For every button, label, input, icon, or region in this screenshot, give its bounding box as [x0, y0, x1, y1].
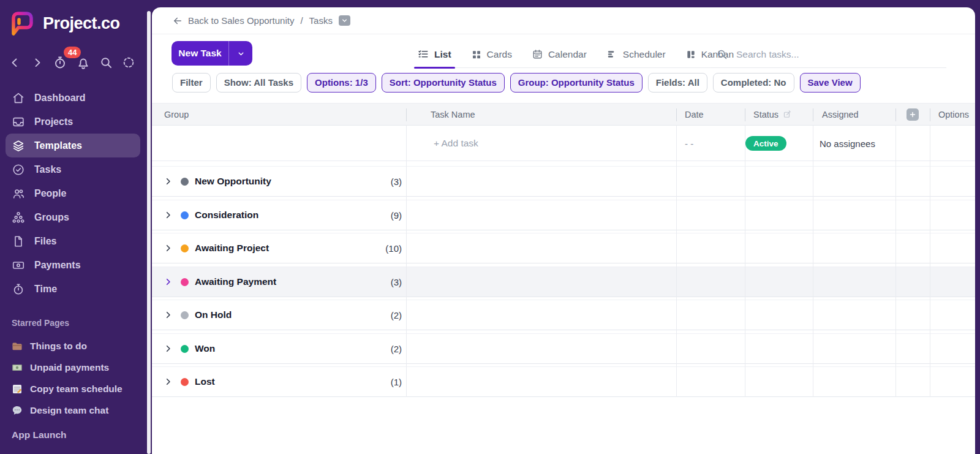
tray-icon: [12, 115, 25, 129]
task-search: [710, 41, 946, 68]
column-divider: [930, 126, 930, 397]
chevron-right-icon[interactable]: [164, 278, 173, 286]
sidebar-item-label: Templates: [34, 140, 82, 151]
sidebar-item-label: Projects: [34, 116, 73, 127]
sidebar-item-time[interactable]: Time: [6, 277, 140, 301]
back-arrow-icon[interactable]: [7, 55, 22, 70]
completed-chip[interactable]: Completed: No: [713, 73, 794, 93]
group-label: Awaiting Project: [195, 243, 269, 254]
new-task-dropdown-caret[interactable]: [229, 50, 252, 58]
breadcrumb-dropdown-icon[interactable]: [339, 15, 350, 26]
new-task-label: New Task: [172, 48, 228, 59]
group-count: (9): [360, 210, 402, 221]
header-divider: [676, 108, 677, 121]
task-group-row[interactable]: Consideration (9): [152, 200, 975, 230]
show-chip[interactable]: Show: All Tasks: [216, 73, 301, 93]
status-badge[interactable]: Active: [745, 136, 786, 151]
task-group-row[interactable]: Lost (1): [152, 366, 975, 397]
task-group-row[interactable]: On Hold (2): [152, 300, 975, 330]
add-task-assigned[interactable]: No assignees: [820, 126, 875, 161]
tab-cards[interactable]: Cards: [472, 41, 512, 67]
starred-item-unpaid-payments[interactable]: Unpaid payments: [0, 357, 146, 378]
chevron-right-icon[interactable]: [164, 311, 173, 319]
group-color-dot: [181, 345, 189, 353]
group-label: Awaiting Payment: [195, 276, 276, 287]
sidebar-section-app-launch[interactable]: App Launch: [0, 421, 146, 441]
add-column-button[interactable]: [907, 108, 919, 121]
sidebar-item-files[interactable]: Files: [6, 229, 140, 253]
column-header-task-name: Task Name: [431, 104, 475, 125]
cards-grid-icon: [472, 50, 481, 59]
breadcrumb-current[interactable]: Tasks: [309, 15, 333, 26]
sidebar-item-projects[interactable]: Projects: [6, 110, 140, 134]
sidebar-item-dashboard[interactable]: Dashboard: [6, 86, 140, 110]
edit-icon[interactable]: [783, 110, 792, 119]
group-color-dot: [181, 311, 189, 319]
column-header-status: Status: [753, 104, 792, 125]
starred-pages-section: Starred Pages Things to do Unpaid paymen…: [0, 318, 146, 441]
group-color-dot: [181, 244, 189, 252]
group-label: Won: [195, 343, 215, 354]
filter-chip[interactable]: Filter: [172, 73, 211, 93]
sidebar-scrollbar[interactable]: [147, 11, 151, 454]
starred-pages-title: Starred Pages: [0, 318, 146, 335]
chevron-right-icon[interactable]: [164, 344, 173, 353]
task-group-row[interactable]: Awaiting Payment (3): [152, 267, 975, 297]
new-task-button[interactable]: New Task: [172, 41, 252, 66]
chevron-right-icon[interactable]: [164, 377, 173, 386]
people-icon: [12, 187, 25, 200]
task-group-row[interactable]: New Opportunity (3): [152, 166, 975, 197]
sort-chip[interactable]: Sort: Opportunity Status: [382, 73, 505, 93]
projectco-logo-icon: [8, 9, 36, 37]
tab-scheduler[interactable]: Scheduler: [607, 41, 666, 67]
timer-icon[interactable]: [53, 55, 67, 70]
sidebar-item-templates[interactable]: Templates: [6, 134, 140, 157]
group-label: On Hold: [195, 309, 232, 320]
header-divider: [406, 108, 407, 121]
check-badge-icon: [12, 163, 25, 176]
banknote-icon: [12, 259, 25, 272]
forward-arrow-icon[interactable]: [30, 55, 45, 70]
sidebar-item-label: Payments: [34, 260, 81, 271]
fields-chip[interactable]: Fields: All: [648, 73, 707, 93]
layers-icon: [12, 139, 25, 153]
breadcrumb: Back to Sales Opportunity / Tasks: [152, 7, 975, 34]
options-chip[interactable]: Options: 1/3: [307, 73, 376, 93]
app-logo[interactable]: Project.co: [8, 9, 120, 37]
search-input[interactable]: [736, 49, 946, 60]
dashed-circle-icon[interactable]: [121, 55, 136, 70]
sidebar: Project.co 44 Dashboard Projects Templat…: [0, 0, 146, 454]
group-color-dot: [181, 211, 189, 219]
sidebar-item-tasks[interactable]: Tasks: [6, 157, 140, 181]
group-count: (3): [360, 277, 402, 287]
memo-icon: [12, 384, 23, 395]
sidebar-item-groups[interactable]: Groups: [6, 205, 140, 229]
group-chip[interactable]: Group: Opportunity Status: [510, 73, 643, 93]
column-header-date: Date: [685, 104, 704, 125]
task-group-row[interactable]: Awaiting Project (10): [152, 233, 975, 263]
column-header-assigned: Assigned: [822, 104, 859, 125]
search-icon[interactable]: [99, 55, 113, 70]
starred-item-design-team-chat[interactable]: Design team chat: [0, 399, 146, 421]
scheduler-bars-icon: [607, 49, 617, 59]
add-task-button[interactable]: + Add task: [434, 126, 478, 161]
save-view-button[interactable]: Save View: [800, 73, 861, 93]
chevron-right-icon[interactable]: [164, 211, 173, 219]
tab-list[interactable]: List: [418, 41, 451, 67]
chat-icon: [12, 405, 23, 416]
tab-calendar[interactable]: Calendar: [532, 41, 587, 67]
group-label: Lost: [195, 376, 215, 387]
sidebar-item-label: Dashboard: [34, 93, 86, 104]
money-icon: [12, 362, 23, 373]
add-task-date[interactable]: - -: [685, 126, 693, 161]
chevron-right-icon[interactable]: [164, 244, 173, 252]
starred-item-copy-team-schedule[interactable]: Copy team schedule: [0, 378, 146, 399]
starred-item-things-to-do[interactable]: Things to do: [0, 335, 146, 357]
sidebar-item-payments[interactable]: Payments: [6, 253, 140, 277]
sidebar-item-people[interactable]: People: [6, 181, 140, 205]
back-link[interactable]: Back to Sales Opportunity: [172, 15, 294, 26]
chevron-right-icon[interactable]: [164, 177, 173, 186]
notification-badge: 44: [64, 47, 81, 58]
group-color-dot: [181, 278, 189, 286]
task-group-row[interactable]: Won (2): [152, 333, 975, 364]
